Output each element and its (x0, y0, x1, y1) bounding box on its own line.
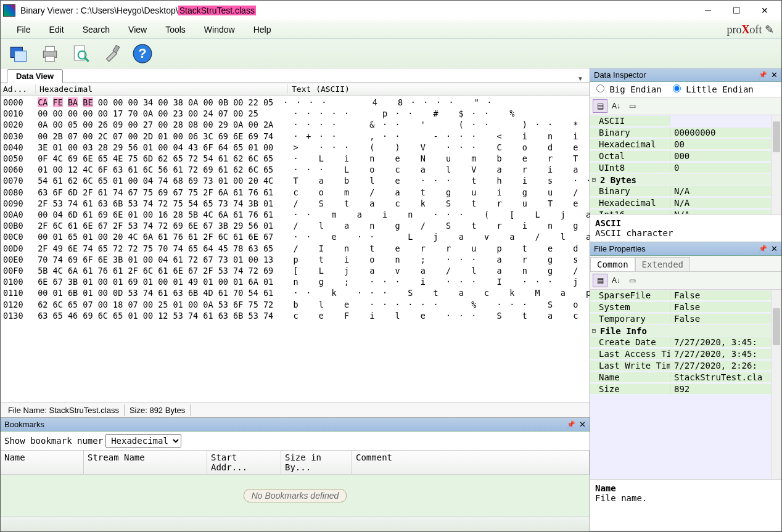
close-icon[interactable]: ✕ (771, 70, 778, 80)
help-button[interactable]: ? (129, 41, 156, 66)
open-button[interactable] (6, 41, 33, 66)
title-prefix: Binary Viewer : C:\Users\Heygo\Desktop\ (20, 6, 178, 15)
hex-row[interactable]: 0110 00 01 6B 01 00 0D 53 74 61 63 6B 4D… (3, 287, 587, 298)
sort-icon[interactable]: A↓ (609, 274, 624, 287)
categorize-icon[interactable]: ▤ (593, 274, 607, 287)
prop-row[interactable]: Octal000 (590, 150, 781, 162)
prop-row[interactable]: Hexadecimal00 (590, 139, 781, 150)
hex-row[interactable]: 0080 63 6F 6D 2F 61 74 67 75 69 67 75 2F… (3, 187, 587, 198)
close-icon[interactable]: ✕ (579, 420, 586, 429)
menu-view[interactable]: View (120, 22, 155, 37)
sort-icon[interactable]: A↓ (609, 99, 624, 113)
tab-dropdown-icon[interactable]: ▼ (575, 74, 586, 83)
status-size: Size: 892 Bytes (125, 404, 191, 416)
bookmark-table-header: Name Stream Name Start Addr... Size in B… (1, 450, 590, 475)
hex-row[interactable]: 0010 00 00 00 00 00 17 70 0A 00 23 00 24… (3, 108, 587, 119)
title-filename: StackStruTest.class (178, 6, 256, 15)
bookmark-footer (1, 517, 590, 531)
dataview-tabstrip: Data View ▼ (1, 68, 590, 83)
prop-row[interactable]: SystemFalse (590, 301, 781, 313)
hex-row[interactable]: 0020 0A 00 05 00 26 09 00 27 00 28 08 00… (3, 119, 587, 130)
pin-icon[interactable]: 📌 (567, 420, 575, 428)
hex-row[interactable]: 00D0 2F 49 6E 74 65 72 72 75 70 74 65 64… (3, 243, 587, 254)
prop-row[interactable]: Last Write Tim7/27/2020, 2:26: (590, 360, 781, 372)
hex-row[interactable]: 0040 3E 01 00 03 28 29 56 01 00 04 43 6F… (3, 142, 587, 153)
prop-row[interactable]: Binary00000000 (590, 127, 781, 139)
prop-row[interactable]: UInt80 (590, 162, 781, 174)
pages-icon[interactable]: ▭ (625, 99, 640, 113)
prop-row[interactable]: Last Access Ti7/27/2020, 3:45: (590, 348, 781, 360)
hex-row[interactable]: 0100 6E 67 3B 01 00 01 69 01 00 01 49 01… (3, 276, 587, 287)
status-bar: File Name: StackStruTest.class Size: 892… (1, 403, 590, 417)
inspector-grid[interactable]: ASCIIBinary00000000Hexadecimal00Octal000… (590, 115, 781, 214)
hex-row[interactable]: 0130 63 65 46 69 6C 65 01 00 12 53 74 61… (3, 310, 587, 321)
hex-row[interactable]: 0090 2F 53 74 61 63 6B 53 74 72 75 54 65… (3, 198, 587, 209)
bookmark-format-select[interactable]: Hexadecimal (105, 434, 181, 448)
inspector-title: Data Inspector 📌 ✕ (590, 68, 781, 82)
fileprops-description: NameFile name. (590, 479, 781, 531)
prop-row[interactable]: Size892 (590, 383, 781, 395)
hex-row[interactable]: 0030 00 2B 07 00 2C 07 00 2D 01 00 06 3C… (3, 131, 587, 142)
categorize-icon[interactable]: ▤ (593, 99, 607, 113)
menu-file[interactable]: File (8, 22, 39, 37)
hex-row[interactable]: 00F0 5B 4C 6A 61 76 61 2F 6C 61 6E 67 2F… (3, 265, 587, 276)
svg-text:?: ? (139, 46, 147, 61)
menu-help[interactable]: Help (245, 22, 280, 37)
fileprops-grid[interactable]: SparseFileFalseSystemFalseTemporaryFalse… (590, 290, 781, 479)
prop-row[interactable]: TemporaryFalse (590, 313, 781, 325)
scrollbar[interactable] (771, 290, 781, 479)
hex-row[interactable]: 0060 01 00 12 4C 6F 63 61 6C 56 61 72 69… (3, 164, 587, 175)
pages-icon[interactable]: ▭ (625, 274, 640, 287)
close-icon[interactable]: ✕ (771, 244, 778, 253)
bookmarks-title: Bookmarks 📌 ✕ (1, 418, 590, 432)
scrollbar[interactable] (771, 115, 781, 214)
pin-icon[interactable]: 📌 (759, 71, 767, 79)
hex-row[interactable]: 0050 0F 4C 69 6E 65 4E 75 6D 62 65 72 54… (3, 153, 587, 164)
settings-button[interactable] (98, 41, 125, 66)
col-hex: Hexadecimal (35, 84, 288, 94)
svg-rect-3 (46, 46, 55, 52)
prop-row[interactable]: SparseFileFalse (590, 290, 781, 301)
prop-row[interactable]: ASCII (590, 115, 781, 127)
tab-extended[interactable]: Extended (635, 257, 690, 271)
status-filename: File Name: StackStruTest.class (3, 404, 125, 416)
hex-row[interactable]: 00A0 00 04 6D 61 69 6E 01 00 16 28 5B 4C… (3, 209, 587, 220)
hex-row[interactable]: 00B0 2F 6C 61 6E 67 2F 53 74 72 69 6E 67… (3, 220, 587, 231)
prop-row[interactable]: NameStackStruTest.cla (590, 372, 781, 383)
menu-edit[interactable]: Edit (41, 22, 73, 37)
app-window: Binary Viewer : C:\Users\Heygo\Desktop\ … (0, 0, 782, 532)
svg-rect-4 (46, 56, 55, 62)
prop-row[interactable]: Create Date7/27/2020, 3:45: (590, 337, 781, 348)
svg-line-7 (84, 57, 88, 61)
menu-tools[interactable]: Tools (157, 22, 194, 37)
hex-row[interactable]: 00E0 70 74 69 6F 6E 3B 01 00 04 61 72 67… (3, 254, 587, 265)
hex-row[interactable]: 00C0 00 01 65 01 00 20 4C 6A 61 76 61 2F… (3, 231, 587, 242)
maximize-button[interactable]: ☐ (722, 1, 751, 20)
inspector-description: ASCIIASCII character (590, 214, 781, 242)
brand-logo: proXoft ✎ (727, 23, 775, 36)
svg-rect-8 (113, 45, 120, 52)
hex-row[interactable]: 0070 54 61 62 6C 65 01 00 04 74 68 69 73… (3, 175, 587, 186)
fileprops-title: File Properties 📌 ✕ (590, 242, 781, 256)
hex-row[interactable]: 0000 CA FE BA BE 00 00 00 34 00 38 0A 00… (3, 97, 587, 108)
little-endian-radio[interactable]: Little Endian (673, 84, 754, 94)
bookmark-body: No Bookmarks defined (1, 475, 590, 517)
prop-row[interactable]: Int16N/A (590, 209, 781, 214)
app-icon (3, 4, 15, 17)
tab-common[interactable]: Common (590, 257, 635, 271)
prop-row[interactable]: BinaryN/A (590, 186, 781, 197)
minimize-button[interactable]: ─ (694, 1, 722, 20)
hex-view[interactable]: 0000 CA FE BA BE 00 00 00 34 00 38 0A 00… (1, 96, 590, 403)
prop-row[interactable]: HexadecimalN/A (590, 197, 781, 209)
big-endian-radio[interactable]: Big Endian (596, 84, 662, 94)
close-button[interactable]: ✕ (751, 1, 779, 20)
menu-window[interactable]: Window (196, 22, 244, 37)
tab-dataview[interactable]: Data View (7, 69, 63, 83)
pin-icon[interactable]: 📌 (759, 245, 767, 253)
bookmark-show-label: Show bookmark numer (4, 436, 103, 446)
find-button[interactable] (67, 41, 94, 66)
print-button[interactable] (36, 41, 64, 66)
menu-search[interactable]: Search (74, 22, 118, 37)
no-bookmarks-label: No Bookmarks defined (244, 489, 347, 502)
hex-row[interactable]: 0120 62 6C 65 07 00 18 07 00 25 01 00 0A… (3, 299, 587, 310)
